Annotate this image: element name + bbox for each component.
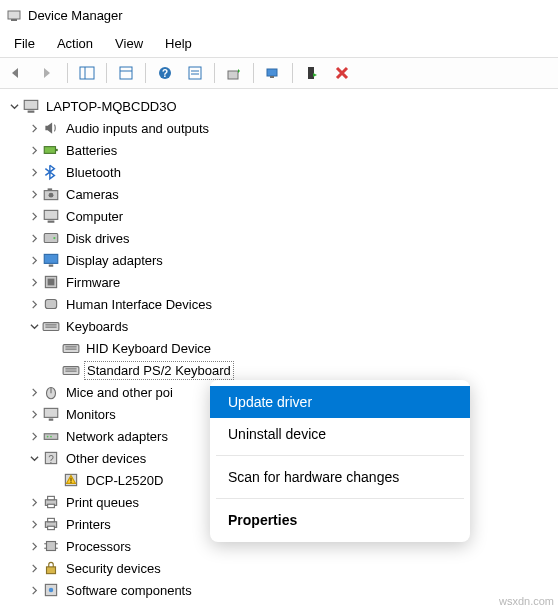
disk-icon bbox=[42, 229, 60, 247]
forward-button[interactable] bbox=[34, 61, 62, 85]
chevron-right-icon[interactable] bbox=[26, 271, 42, 293]
chevron-right-icon[interactable] bbox=[26, 161, 42, 183]
menu-file[interactable]: File bbox=[4, 32, 45, 55]
tree-item[interactable]: Batteries bbox=[0, 139, 558, 161]
chevron-right-icon[interactable] bbox=[26, 513, 42, 535]
menubar: File Action View Help bbox=[0, 30, 558, 57]
tree-item[interactable]: Firmware bbox=[0, 271, 558, 293]
chevron-right-icon[interactable] bbox=[26, 205, 42, 227]
svg-rect-22 bbox=[44, 210, 58, 219]
tree-item[interactable]: Keyboards bbox=[0, 315, 558, 337]
tool-sep-5 bbox=[253, 63, 254, 83]
tree-root-row[interactable]: LAPTOP-MQBCDD3O bbox=[0, 95, 558, 117]
svg-text:?: ? bbox=[162, 68, 168, 79]
tree-item[interactable]: Bluetooth bbox=[0, 161, 558, 183]
svg-rect-42 bbox=[44, 408, 58, 417]
back-button[interactable] bbox=[4, 61, 32, 85]
svg-rect-21 bbox=[48, 188, 53, 190]
ctx-sep-2 bbox=[216, 498, 464, 499]
chevron-right-icon[interactable] bbox=[26, 139, 42, 161]
menu-view[interactable]: View bbox=[105, 32, 153, 55]
printer-icon bbox=[42, 493, 60, 511]
chevron-down-icon[interactable] bbox=[26, 315, 42, 337]
chevron-right-icon[interactable] bbox=[26, 425, 42, 447]
ctx-update-driver[interactable]: Update driver bbox=[210, 386, 470, 418]
uninstall-device-button[interactable] bbox=[328, 61, 356, 85]
svg-point-20 bbox=[49, 193, 54, 198]
speaker-icon bbox=[42, 119, 60, 137]
svg-rect-16 bbox=[28, 111, 35, 113]
watermark: wsxdn.com bbox=[499, 595, 554, 607]
display-icon bbox=[42, 251, 60, 269]
svg-rect-29 bbox=[48, 279, 55, 286]
chevron-right-icon[interactable] bbox=[26, 227, 42, 249]
svg-rect-18 bbox=[56, 149, 58, 151]
svg-rect-43 bbox=[49, 419, 54, 421]
svg-point-65 bbox=[49, 588, 54, 593]
tree-item-label: Print queues bbox=[64, 494, 141, 511]
computer-icon bbox=[42, 207, 60, 225]
chevron-down-icon[interactable] bbox=[26, 447, 42, 469]
tree-item-label: Audio inputs and outputs bbox=[64, 120, 211, 137]
no-expand bbox=[46, 337, 62, 359]
show-hide-console-tree-button[interactable] bbox=[73, 61, 101, 85]
window-title: Device Manager bbox=[28, 8, 123, 23]
chevron-right-icon[interactable] bbox=[26, 183, 42, 205]
tree-item[interactable]: Disk drives bbox=[0, 227, 558, 249]
tree-item-label: Bluetooth bbox=[64, 164, 123, 181]
chevron-right-icon[interactable] bbox=[26, 579, 42, 601]
svg-rect-57 bbox=[48, 526, 55, 529]
ctx-properties[interactable]: Properties bbox=[210, 504, 470, 536]
tree-item-label: Printers bbox=[64, 516, 113, 533]
svg-rect-56 bbox=[48, 518, 55, 521]
action-list-button[interactable] bbox=[181, 61, 209, 85]
properties-button[interactable] bbox=[112, 61, 140, 85]
app-icon bbox=[6, 7, 22, 23]
svg-rect-24 bbox=[44, 234, 58, 243]
svg-rect-58 bbox=[47, 542, 56, 551]
chevron-right-icon[interactable] bbox=[26, 381, 42, 403]
svg-point-45 bbox=[47, 436, 49, 438]
svg-point-51 bbox=[70, 482, 71, 483]
svg-point-25 bbox=[53, 237, 55, 239]
chevron-right-icon[interactable] bbox=[26, 491, 42, 513]
menu-help[interactable]: Help bbox=[155, 32, 202, 55]
update-driver-button[interactable] bbox=[220, 61, 248, 85]
tree-item-label: Disk drives bbox=[64, 230, 132, 247]
svg-rect-15 bbox=[24, 100, 38, 109]
menu-action[interactable]: Action bbox=[47, 32, 103, 55]
tree-item[interactable]: Security devices bbox=[0, 557, 558, 579]
firmware-icon bbox=[42, 273, 60, 291]
tree-item-label: Network adapters bbox=[64, 428, 170, 445]
chevron-right-icon[interactable] bbox=[26, 535, 42, 557]
svg-rect-11 bbox=[228, 71, 238, 79]
svg-rect-27 bbox=[49, 265, 54, 267]
svg-text:?: ? bbox=[48, 454, 54, 465]
tree-item-label: Other devices bbox=[64, 450, 148, 467]
chevron-down-icon[interactable] bbox=[6, 95, 22, 117]
tree-item[interactable]: Software components bbox=[0, 579, 558, 601]
tree-item-label: Cameras bbox=[64, 186, 121, 203]
chevron-right-icon[interactable] bbox=[26, 249, 42, 271]
tree-item[interactable]: Computer bbox=[0, 205, 558, 227]
tree-item[interactable]: Cameras bbox=[0, 183, 558, 205]
tree-child-item[interactable]: Standard PS/2 Keyboard bbox=[0, 359, 558, 381]
scan-hardware-button[interactable] bbox=[259, 61, 287, 85]
ctx-uninstall-device[interactable]: Uninstall device bbox=[210, 418, 470, 450]
enable-device-button[interactable] bbox=[298, 61, 326, 85]
other-icon: ? bbox=[42, 449, 60, 467]
help-button[interactable]: ? bbox=[151, 61, 179, 85]
chevron-right-icon[interactable] bbox=[26, 557, 42, 579]
svg-rect-4 bbox=[120, 67, 132, 79]
monitor-icon bbox=[42, 405, 60, 423]
tree-item[interactable]: Human Interface Devices bbox=[0, 293, 558, 315]
chevron-right-icon[interactable] bbox=[26, 293, 42, 315]
tree-item-label: Mice and other poi bbox=[64, 384, 175, 401]
chevron-right-icon[interactable] bbox=[26, 403, 42, 425]
tree-item[interactable]: Display adapters bbox=[0, 249, 558, 271]
chevron-right-icon[interactable] bbox=[26, 117, 42, 139]
ctx-scan-hardware[interactable]: Scan for hardware changes bbox=[210, 461, 470, 493]
tree-item[interactable]: Audio inputs and outputs bbox=[0, 117, 558, 139]
no-expand bbox=[46, 469, 62, 491]
tree-child-item[interactable]: HID Keyboard Device bbox=[0, 337, 558, 359]
